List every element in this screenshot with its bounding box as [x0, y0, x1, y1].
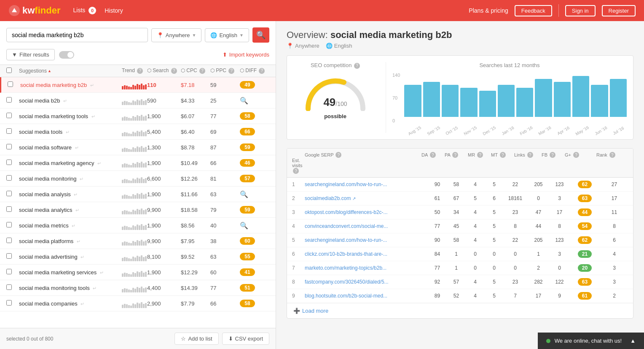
add-to-list-button[interactable]: ☆ Add to list — [174, 333, 218, 345]
logo[interactable]: kwfinder — [8, 5, 60, 16]
row-checkbox[interactable] — [6, 160, 19, 166]
table-row[interactable]: social media monitoring tools ↵ 4,400 $1… — [0, 280, 276, 296]
location-select[interactable]: 📍 Anywhere ▼ — [151, 28, 202, 42]
load-more-button[interactable]: ➕ Load more — [287, 303, 633, 318]
row-checkbox[interactable] — [6, 97, 19, 104]
keyword-cell: social media b2b ↵ — [19, 97, 122, 104]
table-row[interactable]: social media advertising ↵ 8,100 $9.52 6… — [0, 249, 276, 265]
ppc-cell: 66 — [210, 300, 240, 307]
row-checkbox[interactable] — [6, 269, 19, 276]
table-row[interactable]: social media tools ↵ 5,400 $6.40 69 66 — [0, 124, 276, 140]
serp-url[interactable]: socialmediab2b.com ↗ — [305, 195, 428, 201]
filter-toggle[interactable] — [59, 51, 74, 59]
serp-url[interactable]: marketo.com/marketing-topics/b2b... — [305, 265, 428, 271]
ppc-cell: 79 — [210, 207, 240, 213]
serp-mt-header: MT ? — [491, 152, 514, 158]
serp-mr: 5 — [466, 195, 485, 201]
overview-meta: 📍 Anywhere 🌐 English — [287, 43, 633, 49]
language-select[interactable]: 🌐 English ▼ — [205, 28, 249, 42]
table-row[interactable]: social media platforms ↵ 9,900 $7.95 38 … — [0, 233, 276, 249]
related-icon: ↵ — [80, 301, 84, 306]
language-value: English — [219, 32, 237, 38]
cpc-cell: $12.26 — [181, 176, 210, 182]
table-row[interactable]: social media monitoring ↵ 6,600 $12.26 8… — [0, 171, 276, 187]
table-row[interactable]: social media analytics ↵ 9,900 $18.58 79… — [0, 202, 276, 218]
row-checkbox[interactable] — [6, 191, 19, 197]
chart-bar — [591, 85, 608, 117]
register-button[interactable]: Register — [602, 5, 636, 16]
serp-links-header: Links ? — [514, 152, 542, 158]
serp-number: 9 — [292, 293, 305, 299]
diff-cell: 58 — [240, 300, 269, 307]
plans-pricing-link[interactable]: Plans & pricing — [469, 7, 508, 14]
serp-url[interactable]: blog.hootsuite.com/b2b-social-med... — [305, 293, 428, 299]
minimize-icon[interactable]: ▲ — [630, 338, 636, 344]
table-row[interactable]: social media marketing tools ↵ 1,900 $6.… — [0, 108, 276, 124]
feedback-button[interactable]: Feedback — [515, 5, 552, 16]
table-row[interactable]: social media marketing b2b ↵ 110 $7.18 5… — [0, 77, 276, 93]
row-checkbox[interactable] — [6, 238, 19, 244]
row-checkbox[interactable] — [6, 113, 19, 119]
row-checkbox[interactable] — [6, 128, 19, 135]
serp-rank: 62 — [569, 181, 601, 188]
row-checkbox[interactable] — [6, 284, 19, 291]
table-row[interactable]: social media marketing services ↵ 1,900 … — [0, 265, 276, 280]
serp-url[interactable]: convinceandconvert.com/social-me... — [305, 223, 428, 229]
diff-header[interactable]: ⬡ DIFF ? — [240, 68, 269, 74]
cpc-cell: $18.58 — [181, 207, 210, 213]
serp-url[interactable]: searchengineland.com/how-to-run-... — [305, 181, 428, 187]
serp-url[interactable]: searchengineland.com/how-to-run-... — [305, 237, 428, 243]
select-all-checkbox[interactable] — [6, 68, 12, 73]
bottom-bar: selected 0 out of 800 ☆ Add to list ⬇ CS… — [0, 328, 276, 349]
row-checkbox[interactable] — [6, 253, 19, 260]
cpc-cell: $9.52 — [181, 254, 210, 260]
table-row[interactable]: social media b2b ↵ 590 $4.33 25 🔍 — [0, 93, 276, 108]
cpc-cell: $11.66 — [181, 191, 210, 197]
serp-url[interactable]: fastcompany.com/3026450/dialed/5... — [305, 279, 428, 285]
checkbox-all-header[interactable] — [6, 68, 19, 74]
row-checkbox[interactable] — [6, 144, 19, 151]
row-checkbox[interactable] — [6, 206, 19, 213]
serp-gplus: 123 — [550, 181, 569, 187]
header: kwfinder Lists 0 History Plans & pricing… — [0, 0, 644, 21]
search-button[interactable]: 🔍 — [252, 27, 269, 43]
serp-rank: 44 — [569, 208, 601, 216]
filter-results-button[interactable]: ▼ Filter results — [6, 49, 55, 60]
serp-mt: 5 — [485, 279, 504, 285]
serp-gplus: 123 — [550, 237, 569, 243]
ppc-header[interactable]: ⬡ PPC ? — [210, 68, 240, 74]
row-checkbox[interactable] — [6, 175, 19, 182]
search-input[interactable] — [6, 28, 148, 42]
nav-history[interactable]: History — [105, 7, 123, 14]
search-bar: 📍 Anywhere ▼ 🌐 English ▼ 🔍 — [0, 21, 276, 47]
serp-row: 1 searchengineland.com/how-to-run-... 90… — [287, 178, 633, 192]
search-header[interactable]: ⬡ Search ? — [147, 68, 181, 74]
serp-number: 1 — [292, 181, 305, 187]
table-row[interactable]: social media software ↵ 1,300 $8.78 87 5… — [0, 140, 276, 155]
keyword-link[interactable]: social media marketing b2b — [20, 82, 87, 88]
keyword-cell: social media companies ↵ — [19, 300, 122, 307]
table-row[interactable]: social media analysis ↵ 1,900 $11.66 63 … — [0, 187, 276, 202]
row-checkbox[interactable] — [8, 81, 20, 88]
cpc-header[interactable]: ⬡ CPC ? — [181, 68, 210, 74]
search-cell: 4,400 — [147, 285, 181, 291]
lists-badge: 0 — [89, 7, 96, 14]
search-cell: 6,600 — [147, 176, 181, 182]
trend-header[interactable]: Trend ? — [122, 68, 147, 74]
sign-in-button[interactable]: Sign in — [565, 5, 596, 16]
row-checkbox[interactable] — [6, 222, 19, 229]
table-row[interactable]: social media metrics ↵ 1,900 $8.56 40 🔍 — [0, 218, 276, 233]
suggestions-header[interactable]: Suggestions ▲ — [19, 68, 122, 74]
chat-widget[interactable]: We are online, chat with us! ▲ — [538, 333, 644, 349]
nav-lists[interactable]: Lists 0 — [73, 7, 96, 14]
serp-url[interactable]: clickz.com/10-b2b-brands-that-are-... — [305, 251, 428, 257]
sort-icon: ▲ — [48, 69, 51, 73]
table-row[interactable]: social media companies ↵ 2,900 $7.79 66 … — [0, 296, 276, 311]
import-keywords-link[interactable]: ⬆ Import keywords — [223, 51, 269, 58]
serp-url[interactable]: oktopost.com/blog/differences-b2c-... — [305, 209, 428, 215]
csv-export-button[interactable]: ⬇ CSV export — [222, 333, 269, 345]
serp-links: 18161 — [504, 195, 527, 201]
row-checkbox[interactable] — [6, 300, 19, 307]
table-row[interactable]: social media marketing agency ↵ 1,900 $1… — [0, 155, 276, 171]
keyword-text: social media advertising — [19, 254, 78, 260]
